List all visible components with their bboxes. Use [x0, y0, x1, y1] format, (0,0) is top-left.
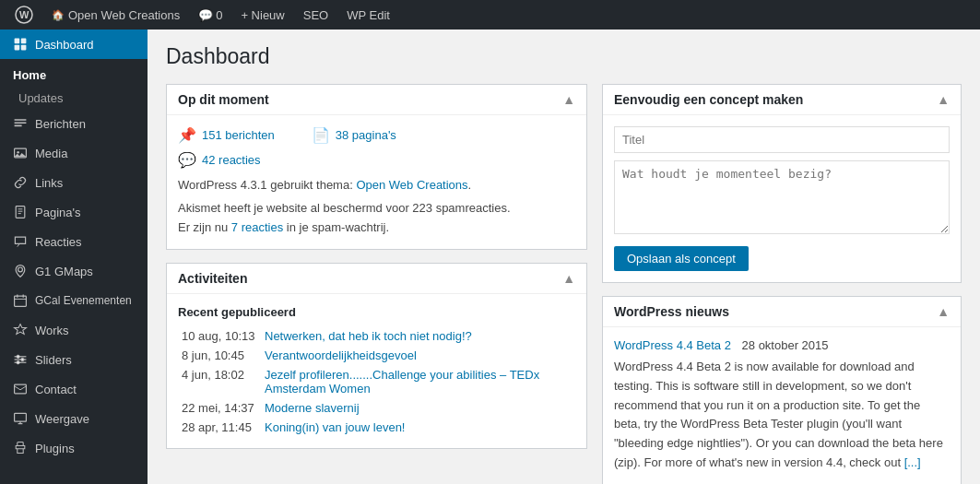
table-row: 22 mei, 14:37 Moderne slavernij [178, 398, 575, 418]
theme-name-link[interactable]: Open Web Creations [356, 178, 467, 192]
seo-label: SEO [303, 8, 328, 22]
sidebar-item-berichten[interactable]: Berichten [0, 109, 148, 138]
widget-nieuws: WordPress nieuws ▲ WordPress 4.4 Beta 2 … [602, 296, 962, 484]
stat-row-top: 📌 151 berichten 📄 38 pagina's [178, 126, 575, 144]
svg-rect-24 [15, 413, 27, 421]
comments-count: 0 [216, 8, 222, 22]
widget-op-dit-moment-toggle[interactable]: ▲ [562, 92, 575, 107]
paginas-icon: 📄 [312, 126, 330, 144]
widget-concept-toggle[interactable]: ▲ [937, 92, 950, 107]
sidebar-contact-label: Contact [35, 383, 77, 396]
wp-logo-button[interactable]: W [7, 0, 41, 30]
reacties-icon: 💬 [178, 151, 196, 169]
sidebar-dashboard-label: Dashboard [35, 38, 94, 52]
page-title: Dashboard [166, 44, 962, 69]
widget-activiteiten-title: Activiteiten [178, 271, 247, 286]
sidebar-paginas-label: Pagina's [35, 206, 80, 219]
activity-link[interactable]: Netwerken, dat heb ik toch niet nodig!? [265, 329, 472, 343]
sidebar-works-label: Works [35, 324, 69, 337]
news-read-more-link[interactable]: [...] [904, 455, 921, 469]
widget-nieuws-toggle[interactable]: ▲ [937, 304, 950, 319]
new-content-button[interactable]: + Nieuw [233, 0, 291, 30]
seo-button[interactable]: SEO [296, 0, 336, 30]
widget-nieuws-body: WordPress 4.4 Beta 2 28 oktober 2015 Wor… [603, 327, 961, 484]
sidebar-item-links[interactable]: Links [0, 168, 148, 197]
wp-edit-button[interactable]: WP Edit [339, 0, 397, 30]
sidebar-sliders-label: Sliders [35, 353, 72, 367]
concept-title-input[interactable] [614, 126, 950, 153]
activity-date: 10 aug, 10:13 [178, 326, 261, 346]
svg-rect-23 [15, 384, 27, 394]
activity-link[interactable]: Moderne slavernij [265, 401, 360, 415]
home-header: Home [0, 59, 148, 88]
berichten-stat[interactable]: 📌 151 berichten [178, 126, 275, 144]
sidebar-media-label: Media [35, 147, 67, 160]
wp-content: Dashboard Home Updates Berichten Media L… [0, 30, 980, 484]
activity-date: 22 mei, 14:37 [178, 398, 261, 418]
activity-table: 10 aug, 10:13 Netwerken, dat heb ik toch… [178, 326, 575, 437]
sidebar-weergave-label: Weergave [35, 412, 89, 426]
widget-concept: Eenvoudig een concept maken ▲ Opslaan al… [602, 84, 962, 283]
dashboard-columns: Op dit moment ▲ 📌 151 berichten 📄 38 pag… [166, 84, 962, 484]
sidebar-item-g1gmaps[interactable]: G1 GMaps [0, 256, 148, 286]
widget-nieuws-title: WordPress nieuws [614, 304, 729, 319]
activity-date: 4 jun, 18:02 [178, 365, 261, 398]
sidebar-item-gcal[interactable]: GCal Evenementen [0, 286, 148, 315]
svg-point-22 [17, 361, 19, 364]
comments-button[interactable]: 💬 0 [191, 0, 230, 30]
widget-concept-title: Eenvoudig een concept maken [614, 92, 803, 107]
opslaan-button[interactable]: Opslaan als concept [614, 246, 749, 271]
activity-link[interactable]: Koning(in) van jouw leven! [265, 420, 405, 434]
reacties-stat[interactable]: 💬 42 reacties [178, 151, 575, 169]
widget-op-dit-moment-title: Op dit moment [178, 92, 269, 107]
sidebar-item-paginas[interactable]: Pagina's [0, 197, 148, 227]
activity-link[interactable]: Jezelf profileren.......Challenge your a… [265, 368, 539, 395]
sidebar-item-dashboard[interactable]: Dashboard [0, 30, 148, 59]
sidebar-item-reacties[interactable]: Reacties [0, 227, 148, 256]
sidebar-item-media[interactable]: Media [0, 138, 148, 168]
widget-concept-body: Opslaan als concept [603, 115, 961, 282]
news-item-1-body: WordPress 4.4 Beta 2 is now available fo… [614, 358, 950, 473]
svg-point-12 [18, 267, 23, 272]
sidebar-reacties-label: Reacties [35, 235, 82, 249]
table-row: 4 jun, 18:02 Jezelf profileren.......Cha… [178, 365, 575, 398]
widget-op-dit-moment-header: Op dit moment ▲ [167, 85, 586, 115]
main-content: Dashboard Op dit moment ▲ 📌 151 berichte… [148, 30, 980, 484]
sidebar-gcal-label: GCal Evenementen [35, 294, 132, 307]
news-item-1: WordPress 4.4 Beta 2 28 oktober 2015 Wor… [614, 338, 950, 473]
widget-activiteiten-body: Recent gepubliceerd 10 aug, 10:13 Netwer… [167, 294, 586, 448]
wp-edit-label: WP Edit [347, 8, 390, 22]
berichten-count: 151 berichten [202, 128, 275, 142]
concept-body-textarea[interactable] [614, 160, 950, 234]
svg-rect-27 [18, 443, 23, 446]
svg-point-7 [17, 151, 18, 153]
sidebar-item-weergave[interactable]: Weergave [0, 404, 148, 433]
sidebar-item-updates[interactable]: Updates [0, 88, 148, 109]
activity-link[interactable]: Verantwoordelijkheidsgevoel [265, 348, 417, 362]
sidebar-item-works[interactable]: Works [0, 315, 148, 345]
admin-bar: W 🏠 Open Web Creations 💬 0 + Nieuw SEO W… [0, 0, 980, 30]
svg-rect-2 [15, 39, 20, 44]
site-name-button[interactable]: 🏠 Open Web Creations [44, 0, 187, 30]
svg-rect-8 [16, 207, 25, 218]
reacties-count: 42 reacties [202, 153, 261, 167]
news-item-1-title[interactable]: WordPress 4.4 Beta 2 [614, 338, 731, 352]
sidebar-links-label: Links [35, 176, 63, 190]
sidebar-item-contact[interactable]: Contact [0, 374, 148, 404]
widget-op-dit-moment-body: 📌 151 berichten 📄 38 pagina's 💬 42 react… [167, 115, 586, 249]
left-column: Op dit moment ▲ 📌 151 berichten 📄 38 pag… [166, 84, 587, 484]
berichten-icon: 📌 [178, 126, 196, 144]
theme-line: WordPress 4.3.1 gebruikt thema: Open Web… [178, 178, 575, 192]
widget-op-dit-moment: Op dit moment ▲ 📌 151 berichten 📄 38 pag… [166, 84, 587, 250]
sidebar-item-sliders[interactable]: Sliders [0, 345, 148, 374]
table-row: 28 apr, 11:45 Koning(in) van jouw leven! [178, 418, 575, 437]
widget-activiteiten-toggle[interactable]: ▲ [562, 271, 575, 286]
spam-count-link[interactable]: 7 reacties [231, 220, 283, 234]
site-name: Open Web Creations [68, 8, 180, 22]
svg-text:W: W [19, 9, 30, 20]
widget-nieuws-header: WordPress nieuws ▲ [603, 297, 961, 327]
activity-date: 28 apr, 11:45 [178, 418, 261, 437]
sidebar-item-plugins[interactable]: Plugins [0, 433, 148, 463]
paginas-stat[interactable]: 📄 38 pagina's [312, 126, 396, 144]
widget-activiteiten-header: Activiteiten ▲ [167, 264, 586, 294]
